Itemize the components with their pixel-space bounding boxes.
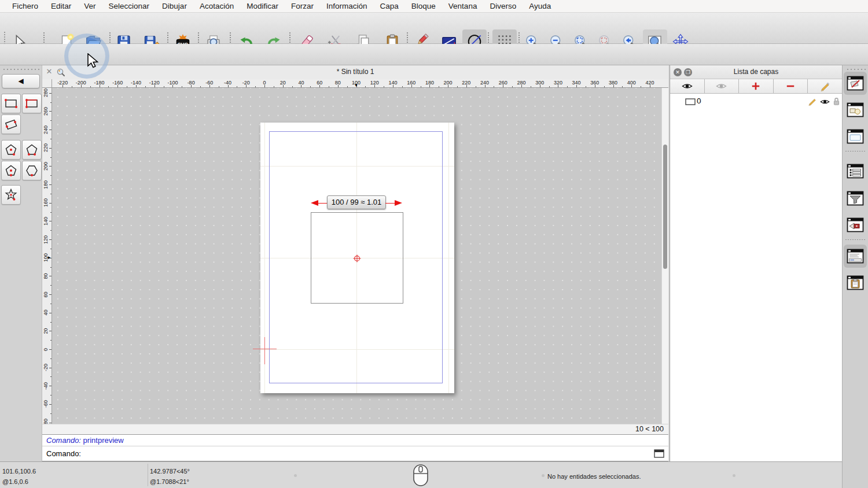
ruler-tick [49, 184, 52, 185]
ruler-position-marker: ► [47, 255, 52, 260]
ruler-label: 300 [531, 80, 549, 86]
ruler-label: -20 [237, 80, 255, 86]
rectangle-3points-tool[interactable] [22, 94, 42, 113]
ruler-tick [49, 313, 52, 313]
toolbox-drag-handle[interactable] [2, 68, 39, 71]
menu-acotacion[interactable]: Acotación [193, 0, 240, 12]
ruler-tick [457, 86, 458, 88]
ruler-tick [49, 93, 52, 94]
add-layer-button[interactable] [739, 79, 774, 94]
command-history: Comando: printpreview [42, 434, 668, 446]
dock-selection-filter-icon[interactable] [844, 187, 867, 210]
menu-dibujar[interactable]: Dibujar [156, 0, 193, 12]
menu-informacion[interactable]: Información [320, 0, 374, 12]
ruler-label: -40 [43, 377, 49, 394]
layer-edit-pencil-icon[interactable] [808, 97, 816, 106]
ruler-tick [164, 86, 164, 88]
ruler-label: 160 [43, 194, 49, 212]
menu-seleccionar[interactable]: Seleccionar [102, 0, 156, 12]
status-separator [148, 464, 148, 486]
dock-clipboard-icon[interactable] [844, 271, 867, 294]
ruler-tick [531, 86, 531, 88]
menu-ver[interactable]: Ver [78, 0, 102, 12]
dock-drag-handle[interactable] [846, 68, 866, 71]
back-button[interactable]: ◀ [2, 74, 40, 88]
command-history-value: printpreview [83, 436, 124, 445]
layer-lock-icon[interactable] [833, 97, 840, 106]
rectangle-rotated-tool[interactable] [1, 114, 21, 134]
ruler-label: 220 [458, 80, 475, 86]
edit-layer-button[interactable] [808, 79, 842, 94]
ruler-tick [50, 376, 52, 377]
dock-view-list-icon[interactable] [844, 213, 867, 236]
ruler-tick [50, 322, 52, 323]
scrollbar-thumb[interactable] [663, 145, 667, 269]
polygon-side-side-tool[interactable] [22, 161, 42, 180]
dock-separator [845, 239, 866, 241]
menu-editar[interactable]: Editar [45, 0, 78, 12]
ruler-tick [49, 368, 52, 368]
menu-ayuda[interactable]: Ayuda [523, 0, 557, 12]
ruler-tick [50, 395, 52, 395]
ruler-tick [384, 86, 384, 88]
polygon-2corners-tool[interactable] [22, 140, 42, 160]
ruler-label: -140 [127, 80, 145, 86]
ruler-position-marker: ▼ [354, 83, 359, 88]
ruler-label: -160 [109, 80, 126, 86]
ruler-tick [49, 239, 52, 240]
ruler-tick [49, 148, 52, 149]
rectangle-2corners-tool[interactable] [1, 94, 21, 113]
menu-ventana[interactable]: Ventana [442, 0, 484, 12]
ruler-label: -60 [43, 395, 49, 413]
dock-layer-list-icon[interactable] [844, 72, 867, 95]
polygon-center-side-tool[interactable] [1, 161, 21, 180]
show-all-layers-button[interactable] [670, 79, 705, 94]
layer-panel-title: Lista de capas [670, 68, 842, 76]
document-title[interactable]: * Sin título 1 [42, 68, 668, 76]
ruler-label: 200 [439, 80, 457, 86]
detach-command-icon[interactable] [654, 449, 664, 458]
menu-fichero[interactable]: Fichero [6, 0, 45, 12]
ruler-tick [439, 86, 439, 88]
circle-cross-entity[interactable] [352, 254, 362, 263]
horizontal-scrollbar[interactable]: 10 < 100 [42, 424, 668, 434]
menu-forzar[interactable]: Forzar [285, 0, 320, 12]
remove-layer-button[interactable] [774, 79, 808, 94]
hide-all-layers-button[interactable] [705, 79, 740, 94]
ruler-label: 320 [549, 80, 567, 86]
ruler-tick [49, 111, 52, 112]
ruler-tick [365, 86, 366, 88]
ruler-tick [50, 249, 52, 249]
ruler-tick [274, 86, 274, 88]
menu-capa[interactable]: Capa [374, 0, 405, 12]
menu-modificar[interactable]: Modificar [240, 0, 285, 12]
dock-command-line-icon[interactable] [844, 245, 867, 268]
ruler-tick [50, 358, 52, 359]
ruler-label: 260 [43, 102, 49, 120]
absolute-coordinate: 101.6,100.6 [2, 468, 36, 475]
ruler-label: 360 [586, 80, 604, 86]
ruler-tick [49, 386, 52, 386]
ruler-tick [50, 194, 52, 194]
menu-bloque[interactable]: Bloque [405, 0, 442, 12]
layer-row[interactable]: 0 [670, 95, 842, 108]
dock-strip [842, 65, 868, 488]
relative-polar-coordinate: @1.7088<21° [150, 478, 189, 485]
ruler-label: 280 [513, 80, 530, 86]
vertical-scrollbar[interactable] [661, 88, 668, 424]
menu-diverso[interactable]: Diverso [483, 0, 523, 12]
ruler-tick [200, 86, 201, 88]
ruler-label: -100 [164, 80, 181, 86]
ruler-label: 280 [43, 88, 49, 102]
star-tool[interactable] [1, 185, 21, 205]
layer-visibility-eye-icon[interactable] [820, 98, 830, 105]
dock-library-browser-icon[interactable] [844, 125, 867, 148]
dock-block-list-icon[interactable] [844, 98, 867, 121]
ruler-label: -180 [91, 80, 108, 86]
ruler-tick [494, 86, 494, 88]
print-preview-toolbar: PDF Escala: 1:1 1 [0, 44, 868, 65]
drawing-canvas[interactable]: 100 / 99 ≈ 1.01 [52, 88, 661, 424]
polygon-center-corner-tool[interactable] [1, 140, 21, 160]
command-input[interactable] [87, 448, 678, 459]
dock-entity-list-icon[interactable] [844, 160, 867, 183]
